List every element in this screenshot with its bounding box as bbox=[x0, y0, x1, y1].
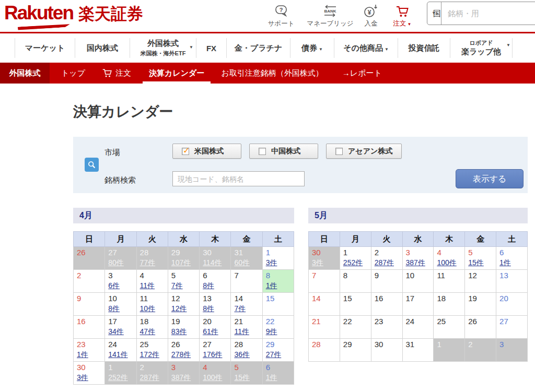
earnings-count-link[interactable]: 9件 bbox=[266, 327, 277, 336]
earnings-count-link[interactable]: 36件 bbox=[234, 350, 250, 359]
earnings-count-link[interactable]: 61件 bbox=[203, 327, 218, 336]
subnav-item-report[interactable]: →レポート bbox=[342, 63, 382, 84]
calendar-day-cell: 411件 bbox=[136, 270, 168, 293]
subnav-item-order[interactable]: 注文 bbox=[102, 63, 131, 84]
header-search-input[interactable] bbox=[441, 2, 535, 25]
subnav-item-caution-stocks[interactable]: お取引注意銘柄（外国株式） bbox=[221, 63, 323, 84]
earnings-count-link[interactable]: 1件 bbox=[266, 281, 277, 290]
earnings-count-link[interactable]: 1件 bbox=[499, 258, 511, 267]
earnings-count-link[interactable]: 100件 bbox=[203, 373, 222, 382]
subnav-item-earnings-calendar[interactable]: 決算カレンダー bbox=[149, 63, 204, 84]
day-number: 25 bbox=[437, 316, 464, 327]
nav-item-foreign-stocks[interactable]: 外国株式 米国株・海外ETF ▼ bbox=[130, 38, 196, 58]
toolbar-deposit[interactable]: ¥ 入金 bbox=[360, 3, 382, 28]
calendar-day-cell: 29 bbox=[340, 339, 371, 362]
earnings-count-link[interactable]: 11件 bbox=[234, 327, 249, 336]
day-number: 25 bbox=[140, 339, 168, 350]
earnings-count-link[interactable]: 1件 bbox=[77, 350, 88, 359]
calendar-day-cell: 1 bbox=[434, 339, 465, 362]
checkbox-icon bbox=[335, 148, 343, 155]
earnings-count-link[interactable]: 15件 bbox=[234, 373, 250, 382]
earnings-count-link[interactable]: 1件 bbox=[266, 373, 277, 382]
earnings-count-link[interactable]: 34件 bbox=[108, 327, 124, 336]
nav-item-bonds[interactable]: 債券▼ bbox=[290, 38, 334, 58]
toolbar-order[interactable]: 注文▼ bbox=[388, 3, 417, 28]
earnings-count-link[interactable]: 8件 bbox=[203, 281, 214, 290]
earnings-count-link[interactable]: 47件 bbox=[140, 327, 156, 336]
toolbar-money-bridge[interactable]: BANK マネーブリッジ bbox=[302, 3, 358, 28]
toolbar-support[interactable]: ? サポート bbox=[261, 3, 301, 28]
earnings-count-link[interactable]: 176件 bbox=[203, 350, 222, 359]
earnings-count-link[interactable]: 107件 bbox=[171, 258, 191, 267]
earnings-count-link[interactable]: 77件 bbox=[140, 258, 156, 267]
day-number: 10 bbox=[406, 270, 434, 281]
earnings-count-link[interactable]: 8件 bbox=[108, 304, 120, 313]
earnings-count-link[interactable]: 387件 bbox=[171, 373, 191, 382]
market-checkbox-china[interactable]: 中国株式 bbox=[249, 144, 318, 159]
earnings-count-link[interactable]: 7件 bbox=[171, 281, 183, 290]
earnings-count-link[interactable]: 7件 bbox=[234, 304, 246, 313]
earnings-count-link[interactable]: 6件 bbox=[108, 281, 120, 290]
checkbox-icon bbox=[182, 148, 189, 155]
day-number: 8 bbox=[266, 270, 294, 281]
earnings-count-link[interactable]: 80件 bbox=[108, 258, 124, 267]
nav-label: マーケット bbox=[25, 43, 65, 53]
calendar-week-row: 78910111213 bbox=[309, 270, 528, 293]
earnings-count-link[interactable]: 15件 bbox=[468, 258, 484, 267]
nav-item-market[interactable]: マーケット bbox=[15, 38, 75, 58]
day-number: 23 bbox=[375, 316, 402, 327]
market-option-label: アセアン株式 bbox=[348, 147, 392, 156]
earnings-count-link[interactable]: 83件 bbox=[171, 327, 187, 336]
subnav-label: 注文 bbox=[115, 68, 131, 78]
earnings-count-link[interactable]: 114件 bbox=[203, 258, 222, 267]
earnings-count-link[interactable]: 11件 bbox=[140, 281, 155, 290]
earnings-count-link[interactable]: 387件 bbox=[406, 258, 425, 267]
earnings-count-link[interactable]: 27件 bbox=[266, 350, 282, 359]
calendar-day-cell: 10 bbox=[402, 270, 434, 293]
earnings-count-link[interactable]: 10件 bbox=[140, 304, 156, 313]
nav-item-other-products[interactable]: その他商品▼ bbox=[334, 38, 398, 58]
weekday-header: 水 bbox=[168, 232, 199, 247]
earnings-count-link[interactable]: 252件 bbox=[108, 373, 127, 382]
calendar-week-row: 28293031123 bbox=[309, 339, 528, 362]
nav-item-roboad[interactable]: ロボアド 楽ラップ他 ▼ bbox=[450, 38, 513, 58]
earnings-count-link[interactable]: 287件 bbox=[375, 258, 394, 267]
day-number: 26 bbox=[77, 247, 104, 258]
market-checkbox-us[interactable]: 米国株式 bbox=[172, 144, 241, 159]
earnings-count-link[interactable]: 3件 bbox=[77, 373, 88, 382]
calendar-day-cell: 2780件 bbox=[105, 247, 136, 270]
earnings-count-link[interactable]: 8件 bbox=[203, 304, 214, 313]
nav-label: その他商品▼ bbox=[343, 43, 389, 53]
earnings-count-link[interactable]: 172件 bbox=[140, 350, 159, 359]
nav-item-domestic-stocks[interactable]: 国内株式 bbox=[75, 38, 130, 58]
day-number: 12 bbox=[468, 270, 496, 281]
calendar-day-cell: 17 bbox=[402, 293, 434, 316]
nav-item-fx[interactable]: FX bbox=[196, 38, 226, 58]
rakuten-logo[interactable]: Rakuten 楽天証券 bbox=[4, 2, 143, 25]
earnings-count-link[interactable]: 100件 bbox=[437, 258, 456, 267]
search-category-select[interactable]: 国内株式 ▼ bbox=[427, 2, 441, 25]
stock-search-input[interactable] bbox=[172, 171, 305, 186]
subnav-item-top[interactable]: トップ bbox=[61, 63, 85, 84]
search-icon bbox=[85, 158, 99, 172]
earnings-count-link[interactable]: 3件 bbox=[312, 258, 323, 267]
day-number: 16 bbox=[375, 293, 402, 304]
earnings-count-link[interactable]: 278件 bbox=[171, 350, 191, 359]
earnings-count-link[interactable]: 252件 bbox=[343, 258, 363, 267]
calendar-day-cell: 25172件 bbox=[136, 339, 168, 362]
toolbar-label: サポート bbox=[261, 19, 301, 28]
earnings-count-link[interactable]: 12件 bbox=[171, 304, 187, 313]
earnings-count-link[interactable]: 60件 bbox=[234, 258, 250, 267]
show-button[interactable]: 表示する bbox=[456, 169, 524, 188]
nav-item-gold-platinum[interactable]: 金・プラチナ bbox=[226, 38, 290, 58]
day-number: 24 bbox=[108, 339, 136, 350]
earnings-count-link[interactable]: 141件 bbox=[108, 350, 127, 359]
earnings-count-link[interactable]: 287件 bbox=[140, 373, 159, 382]
earnings-count-link[interactable]: 3件 bbox=[266, 258, 277, 267]
market-checkbox-asean[interactable]: アセアン株式 bbox=[326, 144, 402, 159]
calendar-day-cell: 26278件 bbox=[168, 339, 199, 362]
svg-text:BANK: BANK bbox=[324, 9, 336, 14]
nav-item-investment-trust[interactable]: 投資信託 bbox=[398, 38, 450, 58]
day-number: 18 bbox=[140, 316, 168, 327]
calendar-day-cell: 27176件 bbox=[200, 339, 231, 362]
